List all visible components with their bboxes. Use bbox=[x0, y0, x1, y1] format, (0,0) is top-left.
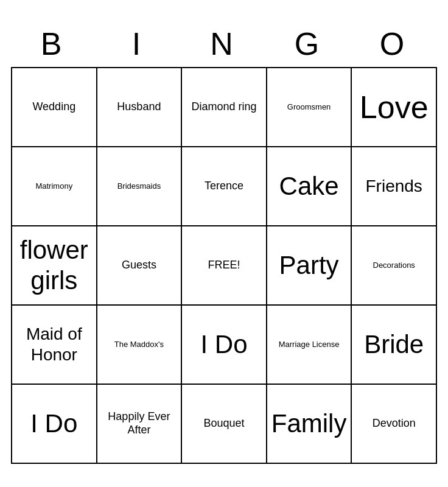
cell-text-2: Diamond ring bbox=[191, 100, 256, 114]
cell-text-21: Happily Ever After bbox=[100, 410, 179, 436]
header-letter-N: N bbox=[181, 23, 267, 65]
bingo-cell-23: Family bbox=[267, 385, 352, 464]
header-letter-G: G bbox=[267, 23, 352, 65]
cell-text-17: I Do bbox=[200, 329, 247, 360]
cell-text-24: Devotion bbox=[373, 417, 416, 430]
cell-text-5: Matrimony bbox=[35, 181, 72, 191]
cell-text-18: Marriage License bbox=[279, 340, 340, 349]
bingo-cell-9: Friends bbox=[352, 147, 437, 226]
header-letter-B: B bbox=[11, 23, 96, 65]
cell-text-4: Love bbox=[360, 88, 429, 126]
cell-text-13: Party bbox=[279, 250, 339, 281]
bingo-cell-18: Marriage License bbox=[267, 306, 352, 385]
cell-text-22: Bouquet bbox=[203, 417, 244, 430]
bingo-cell-14: Decorations bbox=[352, 226, 437, 306]
bingo-cell-5: Matrimony bbox=[12, 147, 97, 226]
bingo-cell-6: Bridesmaids bbox=[97, 147, 183, 226]
bingo-cell-0: Wedding bbox=[12, 68, 97, 147]
cell-text-16: The Maddox's bbox=[114, 340, 164, 349]
bingo-cell-2: Diamond ring bbox=[182, 68, 267, 147]
cell-text-3: Groomsmen bbox=[287, 102, 331, 112]
cell-text-8: Cake bbox=[279, 171, 339, 201]
bingo-card: BINGO WeddingHusbandDiamond ringGroomsme… bbox=[11, 23, 437, 464]
cell-text-19: Bride bbox=[364, 329, 424, 360]
cell-text-6: Bridesmaids bbox=[117, 181, 161, 191]
bingo-cell-7: Terence bbox=[182, 147, 267, 226]
bingo-cell-19: Bride bbox=[352, 306, 437, 385]
bingo-cell-8: Cake bbox=[267, 147, 352, 226]
bingo-cell-4: Love bbox=[352, 68, 437, 147]
bingo-cell-12: FREE! bbox=[182, 226, 267, 306]
cell-text-23: Family bbox=[271, 408, 347, 439]
cell-text-12: FREE! bbox=[208, 259, 240, 272]
header-letter-I: I bbox=[96, 23, 181, 65]
bingo-cell-10: flower girls bbox=[12, 226, 97, 306]
bingo-cell-20: I Do bbox=[12, 385, 97, 464]
cell-text-20: I Do bbox=[30, 408, 77, 439]
cell-text-14: Decorations bbox=[373, 261, 415, 270]
bingo-cell-3: Groomsmen bbox=[267, 68, 352, 147]
bingo-cell-15: Maid of Honor bbox=[12, 306, 97, 385]
bingo-cell-21: Happily Ever After bbox=[97, 385, 183, 464]
bingo-cell-11: Guests bbox=[97, 226, 183, 306]
cell-text-11: Guests bbox=[122, 259, 156, 272]
bingo-cell-13: Party bbox=[267, 226, 352, 306]
cell-text-10: flower girls bbox=[15, 235, 94, 296]
cell-text-0: Wedding bbox=[32, 100, 75, 114]
bingo-cell-1: Husband bbox=[97, 68, 183, 147]
bingo-cell-17: I Do bbox=[182, 306, 267, 385]
bingo-header: BINGO bbox=[11, 23, 437, 65]
bingo-cell-16: The Maddox's bbox=[97, 306, 183, 385]
cell-text-1: Husband bbox=[117, 100, 161, 114]
cell-text-15: Maid of Honor bbox=[15, 324, 94, 365]
cell-text-7: Terence bbox=[205, 180, 243, 193]
cell-text-9: Friends bbox=[366, 176, 422, 197]
header-letter-O: O bbox=[352, 23, 437, 65]
bingo-grid: WeddingHusbandDiamond ringGroomsmenLoveM… bbox=[11, 67, 437, 464]
bingo-cell-22: Bouquet bbox=[182, 385, 267, 464]
bingo-cell-24: Devotion bbox=[352, 385, 437, 464]
